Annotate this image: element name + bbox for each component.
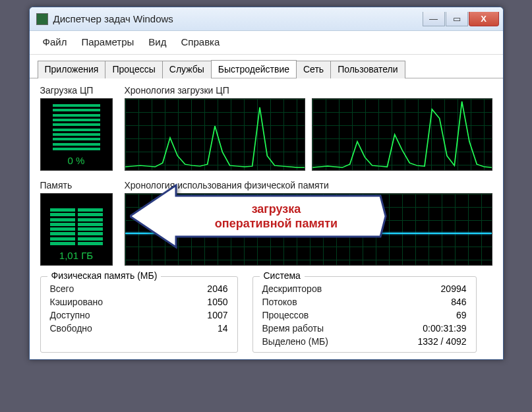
- phys-cached-value: 1050: [163, 297, 227, 307]
- memory-gauge-value: 1,01 ГБ: [59, 250, 93, 261]
- physical-memory-title: Физическая память (МБ): [47, 270, 162, 281]
- sys-processes-label: Процессов: [262, 310, 365, 320]
- menu-options[interactable]: Параметры: [74, 35, 140, 49]
- cpu-history-chart-core1: [125, 98, 305, 171]
- system-group: Система Дескрипторов 20994 Потоков 846 П…: [252, 276, 477, 353]
- memory-history-section: Хронология использования физической памя…: [125, 180, 492, 266]
- phys-cached-label: Кэшировано: [50, 297, 147, 307]
- phys-available-label: Доступно: [50, 310, 147, 320]
- memory-gauge: 1,01 ГБ: [40, 193, 113, 266]
- memory-gauge-section: Память 1,01 ГБ: [40, 180, 113, 266]
- cpu-gauge-label: Загрузка ЦП: [40, 85, 113, 96]
- phys-available-value: 1007: [163, 310, 227, 320]
- phys-total-value: 2046: [163, 283, 227, 294]
- window-title: Диспетчер задач Windows: [53, 13, 423, 24]
- minimize-button[interactable]: —: [423, 12, 445, 26]
- system-title: Система: [260, 270, 305, 281]
- menu-file[interactable]: Файл: [36, 35, 74, 49]
- tab-users[interactable]: Пользователи: [330, 61, 405, 78]
- phys-total-label: Всего: [50, 283, 147, 294]
- cpu-history-chart-core2: [312, 98, 492, 171]
- close-button[interactable]: X: [469, 12, 499, 26]
- tab-network[interactable]: Сеть: [296, 61, 331, 78]
- sys-handles-label: Дескрипторов: [262, 283, 365, 294]
- physical-memory-group: Физическая память (МБ) Всего 2046 Кэширо…: [40, 276, 238, 353]
- maximize-button[interactable]: ▭: [446, 12, 468, 26]
- app-icon: [36, 13, 48, 25]
- sys-uptime-value: 0:00:31:39: [382, 323, 467, 334]
- menu-view[interactable]: Вид: [142, 35, 173, 49]
- tab-processes[interactable]: Процессы: [105, 61, 162, 78]
- sys-uptime-label: Время работы: [262, 323, 365, 334]
- memory-history-chart: [125, 193, 492, 266]
- sys-processes-value: 69: [382, 310, 467, 320]
- tab-applications[interactable]: Приложения: [38, 61, 106, 78]
- performance-panel: Загрузка ЦП 0 % Хронология загрузки ЦП: [30, 78, 503, 359]
- memory-gauge-label: Память: [40, 180, 113, 191]
- cpu-gauge-value: 0 %: [68, 155, 85, 166]
- cpu-gauge: 0 %: [40, 98, 113, 171]
- sys-handles-value: 20994: [382, 283, 467, 294]
- cpu-gauge-section: Загрузка ЦП 0 %: [40, 85, 113, 171]
- memory-history-label: Хронология использования физической памя…: [125, 180, 492, 191]
- cpu-history-label: Хронология загрузки ЦП: [125, 85, 492, 96]
- sys-commit-label: Выделено (МБ): [262, 336, 365, 347]
- phys-free-value: 14: [163, 323, 227, 334]
- sys-commit-value: 1332 / 4092: [382, 336, 467, 347]
- tab-services[interactable]: Службы: [162, 61, 212, 78]
- tab-performance[interactable]: Быстродействие: [211, 60, 297, 78]
- menubar: Файл Параметры Вид Справка: [30, 31, 503, 55]
- sys-threads-value: 846: [382, 297, 467, 307]
- sys-threads-label: Потоков: [262, 297, 365, 307]
- window-controls: — ▭ X: [423, 12, 499, 26]
- menu-help[interactable]: Справка: [175, 35, 227, 49]
- tabstrip: Приложения Процессы Службы Быстродействи…: [30, 55, 503, 78]
- task-manager-window: Диспетчер задач Windows — ▭ X Файл Парам…: [29, 7, 504, 360]
- titlebar[interactable]: Диспетчер задач Windows — ▭ X: [30, 7, 503, 31]
- phys-free-label: Свободно: [50, 323, 147, 334]
- cpu-history-section: Хронология загрузки ЦП: [125, 85, 492, 171]
